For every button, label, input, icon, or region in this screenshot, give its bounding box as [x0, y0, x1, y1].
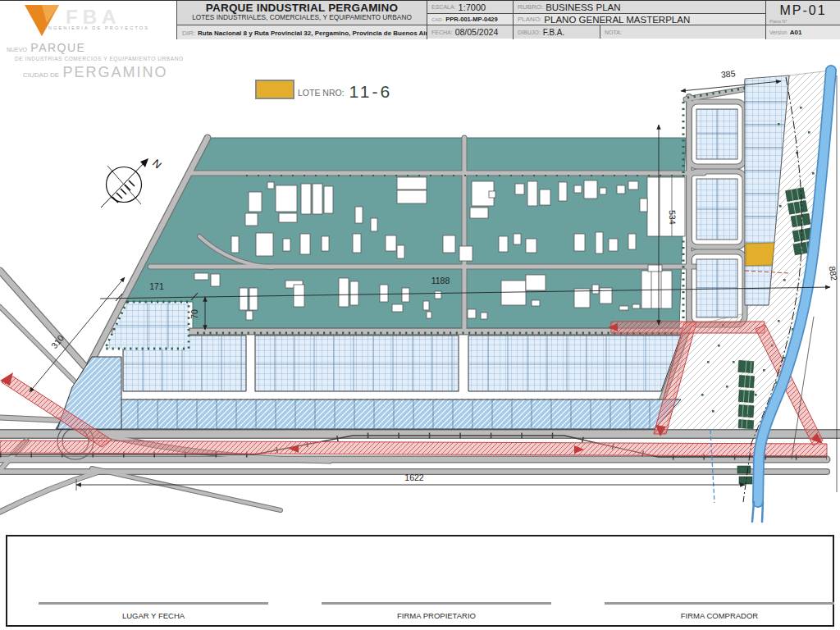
signature-box: LUGAR Y FECHA FIRMA PROPIETARIO FIRMA CO… — [6, 535, 834, 627]
dir-label: DIR: — [182, 30, 195, 37]
lot-legend-label: LOTE NRO: — [298, 88, 345, 98]
watermark-ciudad-de: CIUDAD DE — [23, 71, 59, 79]
watermark-parque: PARQUE — [30, 41, 85, 54]
scale-date-cell: ESCALA: 1:7000 CAD: PPR-001-MP-0429 FECH… — [427, 1, 513, 39]
sheet-code: MP-01 — [766, 1, 840, 18]
logo-tagline: INGENIERIA DE PROYECTOS — [45, 25, 149, 30]
watermark-pergamino: PERGAMINO — [62, 64, 167, 80]
plan-info-cell: RUBRO: BUSINESS PLAN PLANO: PLANO GENERA… — [513, 1, 765, 39]
project-subtitle: LOTES INDUSTRIALES, COMERCIALES, Y EQUIP… — [177, 14, 427, 21]
project-watermark: NUEVO PARQUE DE INDUSTRIAS COMERCIOS Y E… — [7, 41, 184, 80]
rubro-value: BUSINESS PLAN — [546, 2, 620, 12]
dim-1622: 1622 — [404, 472, 424, 482]
signature-line — [39, 602, 268, 605]
cad-label: CAD: — [431, 17, 443, 22]
company-logo-icon: FBA INGENIERIA DE PROYECTOS — [0, 1, 175, 38]
signature-field-comprador: FIRMA COMPRADOR — [605, 602, 834, 622]
watermark-line2: DE INDUSTRIAS COMERCIOS Y EQUIPAMIENTO U… — [15, 57, 184, 62]
escala-value: 1:7000 — [459, 2, 486, 12]
dim-70: 70 — [189, 309, 199, 319]
cad-value: PPR-001-MP-0429 — [445, 16, 497, 23]
dim-171: 171 — [149, 281, 164, 291]
plano-value: PLANO GENERAL MASTERPLAN — [544, 15, 690, 25]
signature-field-lugar-fecha: LUGAR Y FECHA — [39, 602, 268, 622]
lot-legend: LOTE NRO: 11-6 — [255, 80, 392, 99]
fecha-value: 08/05/2024 — [455, 27, 499, 37]
sheet-number-label: Plano N° — [769, 19, 788, 24]
fecha-label: FECHA: — [431, 30, 453, 35]
dibujo-value: F.B.A. — [543, 28, 565, 37]
dim-882: 882 — [828, 266, 840, 281]
logo-brand-text: FBA — [66, 6, 121, 28]
signature-line — [322, 602, 551, 605]
lot-color-swatch — [255, 80, 294, 99]
version-value: A01 — [790, 29, 802, 36]
version-label: Version — [769, 30, 788, 35]
dim-310: 310 — [49, 333, 66, 350]
watermark-nuevo: NUEVO — [7, 47, 27, 52]
north-label: N — [150, 157, 164, 171]
signature-line — [605, 602, 834, 605]
signature-field-propietario: FIRMA PROPIETARIO — [322, 602, 551, 622]
dim-1188: 1188 — [431, 276, 450, 285]
right-lot-column-1 — [696, 109, 737, 317]
signature-label: FIRMA COMPRADOR — [681, 611, 758, 620]
lot-legend-value: 11-6 — [349, 83, 392, 100]
logo-cell: FBA INGENIERIA DE PROYECTOS — [0, 1, 176, 39]
dim-534: 534 — [668, 210, 678, 225]
nota-label: NOTA: — [605, 30, 622, 35]
title-block: FBA INGENIERIA DE PROYECTOS PARQUE INDUS… — [0, 0, 840, 39]
north-arrow-icon: N — [101, 157, 164, 208]
sheet-number-cell: MP-01 Plano N° Version A01 — [765, 1, 840, 39]
lot-row-1 — [123, 336, 681, 391]
dir-value: Ruta Nacional 8 y Ruta Provincial 32, Pe… — [198, 30, 427, 37]
stream-dashed — [710, 430, 714, 503]
project-title: PARQUE INDUSTRIAL PERGAMINO — [177, 2, 427, 14]
lot-11-6-highlight — [746, 243, 774, 266]
dim-385: 385 — [720, 68, 736, 79]
signature-label: LUGAR Y FECHA — [122, 611, 185, 620]
lot-row-2 — [56, 399, 681, 429]
dibujo-label: DIBUJO: — [518, 30, 541, 35]
signature-label: FIRMA PROPIETARIO — [397, 611, 476, 620]
rubro-label: RUBRO: — [518, 3, 543, 11]
escala-label: ESCALA: — [431, 4, 456, 10]
masterplan-sheet: 385 534 882 1188 171 70 310 1622 N FBA I — [0, 0, 840, 630]
project-title-cell: PARQUE INDUSTRIAL PERGAMINO LOTES INDUST… — [176, 1, 427, 39]
plano-label: PLANO: — [518, 16, 541, 23]
